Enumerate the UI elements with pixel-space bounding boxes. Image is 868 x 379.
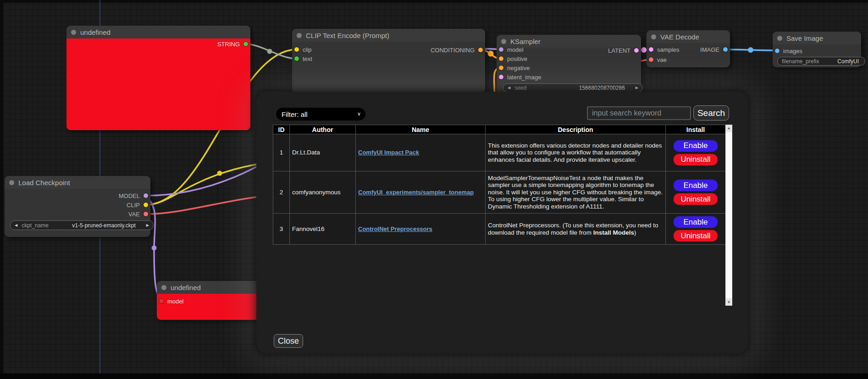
scroll-up-arrow-icon[interactable]: ▲ bbox=[725, 125, 732, 132]
increment-arrow-icon[interactable]: ▶ bbox=[636, 86, 638, 90]
filename-prefix-widget[interactable]: filename_prefix ComfyUI bbox=[777, 57, 865, 66]
image-port-icon[interactable] bbox=[775, 49, 780, 53]
node-clip-text-encode[interactable]: CLIP Text Encode (Prompt) clip text COND… bbox=[292, 29, 485, 93]
extension-description: ControlNet Preprocessors. (To use this e… bbox=[486, 214, 666, 245]
extension-id: 1 bbox=[273, 134, 290, 171]
uninstall-button[interactable]: Uninstall bbox=[673, 193, 718, 205]
node-title-bar[interactable]: CLIP Text Encode (Prompt) bbox=[292, 29, 485, 42]
node-title: undefined bbox=[80, 28, 111, 36]
uninstall-button[interactable]: Uninstall bbox=[673, 154, 718, 166]
table-header-row: IDAuthorNameDescriptionInstall bbox=[273, 125, 726, 134]
increment-arrow-icon[interactable]: ▶ bbox=[146, 223, 149, 227]
clip-port-icon[interactable] bbox=[294, 47, 299, 52]
search-input[interactable] bbox=[587, 106, 691, 120]
input-slot-samples[interactable]: samples bbox=[649, 46, 679, 53]
collapse-dot-icon[interactable] bbox=[161, 285, 166, 290]
node-title-bar[interactable]: undefined bbox=[66, 26, 250, 38]
node-title: Load Checkpoint bbox=[18, 179, 70, 187]
image-port-icon[interactable] bbox=[723, 47, 728, 52]
latent-port-icon[interactable] bbox=[649, 47, 653, 52]
output-slot-model[interactable]: MODEL bbox=[119, 192, 148, 199]
input-slot-model[interactable]: model bbox=[159, 297, 183, 305]
conditioning-port-icon[interactable] bbox=[478, 48, 483, 52]
search-button[interactable]: Search bbox=[693, 105, 729, 121]
collapse-dot-icon[interactable] bbox=[297, 33, 302, 38]
latent-port-icon[interactable] bbox=[634, 48, 639, 53]
node-undefined-top[interactable]: undefined STRING bbox=[66, 26, 250, 130]
output-slot-clip[interactable]: CLIP bbox=[127, 201, 148, 209]
extension-id: 2 bbox=[273, 171, 290, 214]
output-slot-vae[interactable]: VAE bbox=[128, 210, 148, 218]
collapse-dot-icon[interactable] bbox=[651, 34, 656, 39]
extension-link[interactable]: ControlNet Preprocessors bbox=[358, 225, 432, 232]
extensions-table-body: 1Dr.Lt.DataComfyUI Impact PackThis exten… bbox=[273, 134, 726, 245]
extension-link[interactable]: ComfyUI Impact Pack bbox=[358, 149, 419, 156]
node-title-bar[interactable]: undefined bbox=[157, 281, 259, 294]
decrement-arrow-icon[interactable]: ◀ bbox=[508, 86, 510, 90]
enable-button[interactable]: Enable bbox=[673, 140, 718, 152]
model-port-icon[interactable] bbox=[499, 47, 503, 52]
decrement-arrow-icon[interactable]: ◀ bbox=[15, 223, 17, 227]
extension-name: ComfyUI Impact Pack bbox=[356, 134, 486, 171]
extension-author: Fannovel16 bbox=[290, 214, 356, 245]
input-slot-negative[interactable]: negative bbox=[499, 64, 530, 71]
node-graph-canvas[interactable]: undefined STRING CLIP Text Encode (Promp… bbox=[0, 0, 868, 379]
input-slot-vae[interactable]: vae bbox=[649, 56, 667, 63]
conditioning-port-icon[interactable] bbox=[499, 66, 503, 70]
extension-description: This extension offers various detector n… bbox=[486, 134, 666, 171]
input-slot-latent-image[interactable]: latent_image bbox=[499, 73, 541, 81]
collapse-dot-icon[interactable] bbox=[501, 39, 506, 44]
output-slot-image[interactable]: IMAGE bbox=[700, 46, 728, 53]
string-port-icon[interactable] bbox=[243, 42, 248, 46]
model-port-icon[interactable] bbox=[159, 299, 164, 303]
extension-link[interactable]: ComfyUI_experiments/sampler_tonemap bbox=[358, 189, 474, 196]
node-title: Save Image bbox=[786, 34, 823, 42]
conditioning-port-icon[interactable] bbox=[499, 56, 503, 61]
uninstall-button[interactable]: Uninstall bbox=[673, 230, 718, 242]
extension-author: comfyanonymous bbox=[290, 171, 356, 214]
output-slot-string[interactable]: STRING bbox=[217, 40, 248, 48]
table-row: 3Fannovel16ControlNet PreprocessorsContr… bbox=[273, 214, 726, 245]
collapse-dot-icon[interactable] bbox=[71, 30, 76, 35]
node-title-bar[interactable]: Load Checkpoint bbox=[5, 176, 150, 189]
collapse-dot-icon[interactable] bbox=[777, 36, 782, 41]
install-cell: EnableUninstall bbox=[666, 214, 726, 245]
scrollbar-thumb[interactable] bbox=[726, 132, 732, 298]
extensions-table-container: IDAuthorNameDescriptionInstall 1Dr.Lt.Da… bbox=[273, 125, 732, 306]
input-slot-images[interactable]: images bbox=[775, 47, 802, 55]
install-cell: EnableUninstall bbox=[666, 171, 726, 214]
error-node-body bbox=[66, 38, 250, 130]
output-slot-latent[interactable]: LATENT bbox=[608, 47, 639, 54]
scroll-down-arrow-icon[interactable]: ▼ bbox=[725, 299, 732, 306]
filter-select[interactable]: Filter: all bbox=[276, 108, 365, 121]
enable-button[interactable]: Enable bbox=[673, 216, 718, 228]
clip-port-icon[interactable] bbox=[144, 203, 148, 207]
input-slot-clip[interactable]: clip bbox=[294, 46, 312, 53]
input-slot-model[interactable]: model bbox=[499, 46, 523, 53]
output-slot-conditioning[interactable]: CONDITIONING bbox=[431, 46, 483, 54]
node-title-bar[interactable]: Save Image bbox=[773, 32, 861, 44]
node-ksampler[interactable]: KSampler model positive negative latent_… bbox=[497, 35, 641, 95]
node-undefined-bottom[interactable]: undefined model bbox=[157, 281, 259, 320]
latent-port-icon[interactable] bbox=[499, 75, 503, 79]
node-load-checkpoint[interactable]: Load Checkpoint MODEL CLIP VAE ◀ ckpt_na… bbox=[5, 176, 150, 237]
node-vae-decode[interactable]: VAE Decode samples vae IMAGE bbox=[647, 30, 730, 67]
vae-port-icon[interactable] bbox=[649, 57, 653, 62]
table-scrollbar[interactable]: ▲ ▼ bbox=[725, 125, 732, 306]
collapse-dot-icon[interactable] bbox=[9, 180, 14, 185]
node-title-bar[interactable]: VAE Decode bbox=[647, 30, 730, 43]
node-save-image[interactable]: Save Image images filename_prefix ComfyU… bbox=[773, 32, 861, 67]
node-title: VAE Decode bbox=[660, 33, 699, 41]
model-port-icon[interactable] bbox=[144, 193, 148, 198]
seed-widget[interactable]: ◀ seed 156680208700286 ▶ bbox=[503, 83, 643, 92]
vae-port-icon[interactable] bbox=[144, 212, 148, 216]
input-slot-positive[interactable]: positive bbox=[499, 55, 527, 62]
enable-button[interactable]: Enable bbox=[673, 179, 718, 192]
text-port-icon[interactable] bbox=[294, 56, 299, 61]
input-slot-text[interactable]: text bbox=[294, 55, 312, 62]
table-row: 1Dr.Lt.DataComfyUI Impact PackThis exten… bbox=[273, 134, 726, 171]
ckpt-name-widget[interactable]: ◀ ckpt_name v1-5-pruned-emaonly.ckpt ▶ bbox=[10, 220, 154, 230]
extensions-table: IDAuthorNameDescriptionInstall 1Dr.Lt.Da… bbox=[273, 125, 726, 245]
install-cell: EnableUninstall bbox=[666, 134, 726, 171]
close-button[interactable]: Close bbox=[274, 334, 303, 348]
